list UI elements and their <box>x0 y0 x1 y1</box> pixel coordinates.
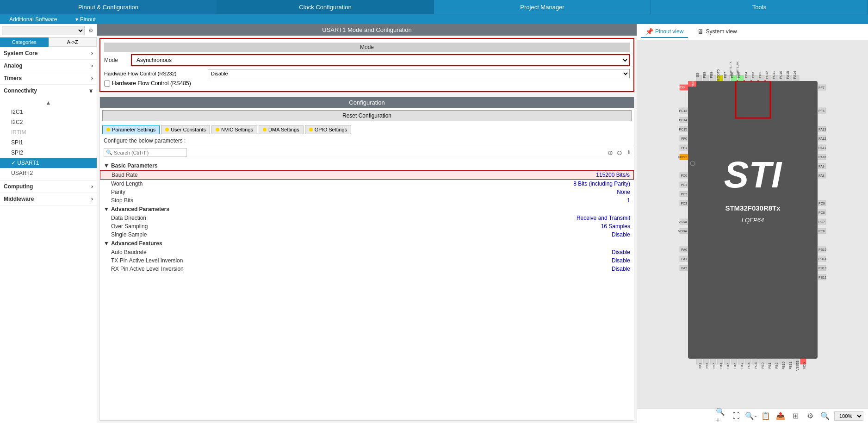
hw-flow-row: Hardware Flow Control (RS232) Disable <box>104 68 630 79</box>
svg-text:PB12: PB12 <box>818 276 826 279</box>
config-panel: USART1 Mode and Configuration Mode Mode … <box>97 24 637 423</box>
fit-icon[interactable]: ⛶ <box>731 411 742 422</box>
chip-name-text: STM32F030R8Tx <box>725 204 781 212</box>
chevron-right-icon: › <box>91 196 93 202</box>
section-system-core-header[interactable]: System Core › <box>0 47 97 59</box>
tab-user-constants[interactable]: User Constants <box>161 125 210 134</box>
param-auto-baudrate: Auto Baudrate Disable <box>100 248 634 256</box>
param-search-input[interactable] <box>114 150 179 156</box>
svg-text:PA11: PA11 <box>818 146 826 149</box>
tab-gpio-settings[interactable]: GPIO Settings <box>305 125 351 134</box>
arrow-icon: ▼ <box>104 240 109 247</box>
zoom-in-icon[interactable]: 🔍+ <box>716 411 727 422</box>
chevron-right-icon: › <box>91 183 93 190</box>
settings2-icon[interactable]: ⚙ <box>805 411 816 422</box>
svg-text:PC15: PC15 <box>679 128 687 131</box>
svg-text:BOOT0: BOOT0 <box>717 69 720 81</box>
reset-config-button[interactable]: Reset Configuration <box>102 110 632 121</box>
connectivity-items: ▲ I2C1 I2C2 IRTIM SPI1 SPI2 ✓ USART1 USA… <box>0 97 97 180</box>
advanced-params-header[interactable]: ▼ Advanced Parameters <box>100 205 634 214</box>
nav-project-manager[interactable]: Project Manager <box>434 0 651 14</box>
section-system-core: System Core › <box>0 47 97 60</box>
tab-dot <box>263 128 267 131</box>
param-rx-inversion: RX Pin Active Level Inversion Disable <box>100 265 634 273</box>
gear-icon[interactable]: ⚙ <box>87 26 95 35</box>
svg-text:PC13: PC13 <box>679 109 687 112</box>
tab-dot <box>309 128 313 131</box>
tab-system-view[interactable]: 🖥 System view <box>693 26 741 38</box>
tab-nvic-settings[interactable]: NVIC Settings <box>211 125 257 134</box>
nav-pinout-config[interactable]: Pinout & Configuration <box>0 0 217 14</box>
chevron-right-icon: › <box>91 62 93 69</box>
svg-text:SS: SS <box>696 73 699 77</box>
svg-text:PA5: PA5 <box>726 362 730 368</box>
sidebar-item-usart2[interactable]: USART2 <box>0 168 97 178</box>
sub-nav-additional-software[interactable]: Additional Software <box>0 14 66 24</box>
svg-text:PB15: PB15 <box>818 248 826 251</box>
config-panel-title: USART1 Mode and Configuration <box>97 24 637 36</box>
svg-text:PD2: PD2 <box>758 72 762 78</box>
tab-pinout-view[interactable]: 📌 Pinout view <box>641 26 688 38</box>
chevron-down-icon: ∨ <box>89 87 93 94</box>
section-timers-header[interactable]: Timers › <box>0 72 97 84</box>
tab-parameter-settings[interactable]: Parameter Settings <box>102 125 160 134</box>
sub-nav: Additional Software ▾ Pinout <box>0 14 868 24</box>
svg-text:PA13: PA13 <box>818 128 826 131</box>
svg-text:PB13: PB13 <box>818 267 826 270</box>
advanced-features-header[interactable]: ▼ Advanced Features <box>100 239 634 248</box>
param-stop-bits: Stop Bits 1 <box>100 196 634 205</box>
svg-text:PF1: PF1 <box>681 146 687 149</box>
section-middleware-header[interactable]: Middleware › <box>0 193 97 205</box>
hw-flow-485-row: Hardware Flow Control (RS485) <box>104 79 630 87</box>
info-icon[interactable]: ℹ <box>628 149 630 156</box>
sidebar-item-spi1[interactable]: SPI1 <box>0 137 97 148</box>
svg-text:PC11: PC11 <box>772 71 775 79</box>
tab-categories[interactable]: Categories <box>0 37 49 47</box>
hw-flow-485-checkbox[interactable] <box>104 81 110 87</box>
export-icon[interactable]: 📤 <box>775 411 786 422</box>
config-bottom-title: Configuration <box>100 97 634 108</box>
svg-text:PA1: PA1 <box>681 257 687 261</box>
tab-az[interactable]: A->Z <box>49 37 97 47</box>
svg-text:PA4: PA4 <box>719 362 723 368</box>
nav-tools[interactable]: Tools <box>651 0 868 14</box>
sub-nav-pinout[interactable]: ▾ Pinout <box>66 14 105 24</box>
layer-icon[interactable]: 📋 <box>760 411 771 422</box>
right-panel: 📌 Pinout view 🖥 System view STI STM32F03… <box>637 24 868 423</box>
mode-select[interactable]: Asynchronous Synchronous <box>131 54 630 66</box>
grid-icon[interactable]: ⊞ <box>790 411 801 422</box>
hw-flow-485-label: Hardware Flow Control (RS485) <box>112 80 191 87</box>
svg-text:PC12: PC12 <box>765 71 769 79</box>
sidebar-search-select[interactable] <box>2 26 85 35</box>
section-analog-header[interactable]: Analog › <box>0 60 97 72</box>
nav-clock-config[interactable]: Clock Configuration <box>217 0 434 14</box>
hw-flow-select[interactable]: Disable <box>208 69 630 78</box>
system-icon: 🖥 <box>697 28 704 35</box>
section-computing-header[interactable]: Computing › <box>0 180 97 193</box>
right-panel-tabs: 📌 Pinout view 🖥 System view <box>637 24 868 40</box>
svg-text:PB0: PB0 <box>761 362 764 368</box>
search2-icon[interactable]: 🔍 <box>819 411 831 422</box>
section-connectivity-header[interactable]: Connectivity ∨ <box>0 85 97 97</box>
scroll-up[interactable]: ▲ <box>0 99 97 107</box>
svg-text:PA8: PA8 <box>818 174 825 177</box>
zoom-select[interactable]: 100% 50% 75% 150% 200% <box>834 411 863 421</box>
svg-text:PC0: PC0 <box>681 174 687 177</box>
sidebar-item-usart1[interactable]: ✓ USART1 <box>0 158 97 168</box>
pinout-icon: 📌 <box>645 28 653 35</box>
chip-logo-text: STI <box>724 154 782 195</box>
svg-text:PB8: PB8 <box>710 72 713 78</box>
svg-text:PF7: PF7 <box>818 86 825 89</box>
param-list: ▼ Basic Parameters Baud Rate 115200 Bits… <box>100 159 634 420</box>
tab-dma-settings[interactable]: DMA Settings <box>259 125 304 134</box>
basic-params-header[interactable]: ▼ Basic Parameters <box>100 161 634 170</box>
svg-text:PC10: PC10 <box>779 71 782 79</box>
sidebar-item-i2c2[interactable]: I2C2 <box>0 117 97 127</box>
svg-text:PC6: PC6 <box>818 230 825 233</box>
sidebar-item-spi2[interactable]: SPI2 <box>0 148 97 158</box>
param-search-box: 🔍 <box>104 148 187 157</box>
collapse-icon[interactable]: ⊖ <box>617 149 622 156</box>
sidebar-item-i2c1[interactable]: I2C1 <box>0 107 97 117</box>
zoom-out-icon[interactable]: 🔍- <box>745 411 756 422</box>
expand-icon[interactable]: ⊕ <box>608 149 613 156</box>
